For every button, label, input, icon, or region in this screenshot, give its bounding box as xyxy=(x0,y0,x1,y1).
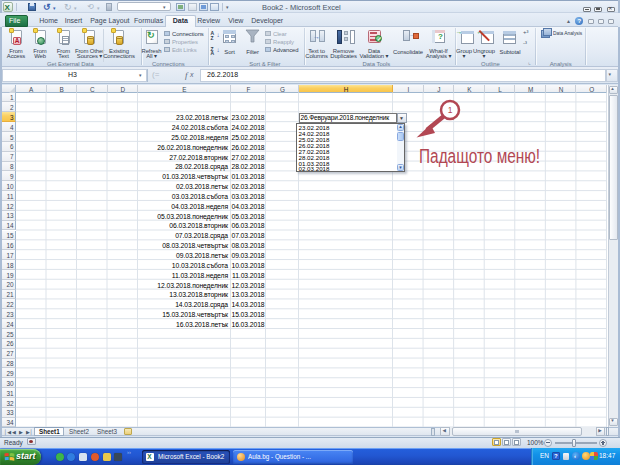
svg-text:1: 1 xyxy=(448,105,453,115)
